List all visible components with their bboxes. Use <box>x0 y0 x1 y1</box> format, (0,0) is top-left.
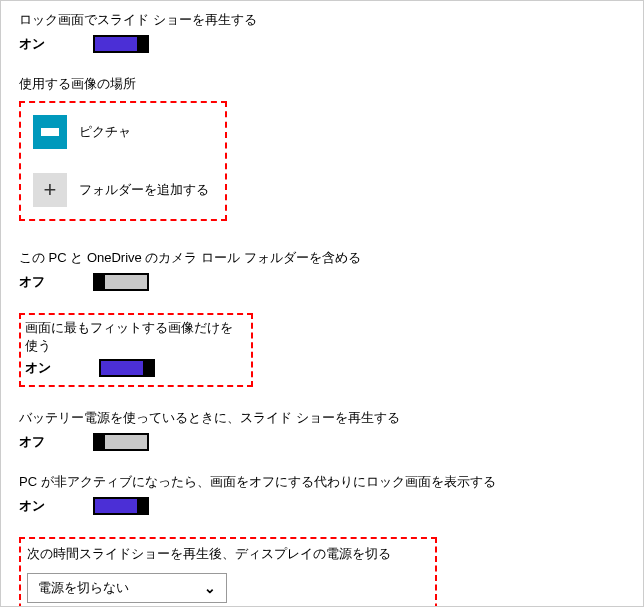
folder-label: フォルダーを追加する <box>79 181 209 199</box>
setting-label: PC が非アクティブになったら、画面をオフにする代わりにロック画面を表示する <box>19 473 625 491</box>
folder-item-pictures[interactable]: ピクチャ <box>33 115 209 149</box>
toggle-fit[interactable] <box>99 359 155 377</box>
toggle-knob <box>95 275 105 289</box>
toggle-state-text: オン <box>25 359 51 377</box>
setting-timer-box: 次の時間スライドショーを再生後、ディスプレイの電源を切る 電源を切らない ⌄ <box>19 537 437 607</box>
setting-label: 次の時間スライドショーを再生後、ディスプレイの電源を切る <box>27 545 425 563</box>
setting-inactive: PC が非アクティブになったら、画面をオフにする代わりにロック画面を表示する オ… <box>19 473 625 515</box>
toggle-inactive[interactable] <box>93 497 149 515</box>
folder-label: ピクチャ <box>79 123 131 141</box>
toggle-state-text: オン <box>19 497 45 515</box>
toggle-state-text: オフ <box>19 433 45 451</box>
toggle-battery[interactable] <box>93 433 149 451</box>
toggle-knob <box>143 361 153 375</box>
chevron-down-icon: ⌄ <box>204 580 216 596</box>
folders-box: ピクチャ + フォルダーを追加する <box>19 101 227 221</box>
setting-cameraroll: この PC と OneDrive のカメラ ロール フォルダーを含める オフ <box>19 249 625 291</box>
setting-battery: バッテリー電源を使っているときに、スライド ショーを再生する オフ <box>19 409 625 451</box>
toggle-state-text: オン <box>19 35 45 53</box>
toggle-row: オフ <box>19 433 625 451</box>
toggle-state-text: オフ <box>19 273 45 291</box>
setting-label: この PC と OneDrive のカメラ ロール フォルダーを含める <box>19 249 625 267</box>
timer-select[interactable]: 電源を切らない ⌄ <box>27 573 227 603</box>
folders-heading: 使用する画像の場所 <box>19 75 625 93</box>
plus-icon: + <box>33 173 67 207</box>
toggle-row: オン <box>19 35 625 53</box>
toggle-knob <box>137 37 147 51</box>
select-value: 電源を切らない <box>38 579 129 597</box>
toggle-knob <box>95 435 105 449</box>
folder-item-add[interactable]: + フォルダーを追加する <box>33 173 209 207</box>
toggle-row: オン <box>25 359 243 377</box>
setting-label: 画面に最もフィットする画像だけを使う <box>25 319 243 355</box>
setting-fit-box: 画面に最もフィットする画像だけを使う オン <box>19 313 253 387</box>
toggle-knob <box>137 499 147 513</box>
pictures-folder-icon <box>33 115 67 149</box>
toggle-cameraroll[interactable] <box>93 273 149 291</box>
setting-label: バッテリー電源を使っているときに、スライド ショーを再生する <box>19 409 625 427</box>
setting-label: ロック画面でスライド ショーを再生する <box>19 11 625 29</box>
toggle-row: オン <box>19 497 625 515</box>
toggle-row: オフ <box>19 273 625 291</box>
setting-slideshow-play: ロック画面でスライド ショーを再生する オン <box>19 11 625 53</box>
toggle-slideshow-play[interactable] <box>93 35 149 53</box>
